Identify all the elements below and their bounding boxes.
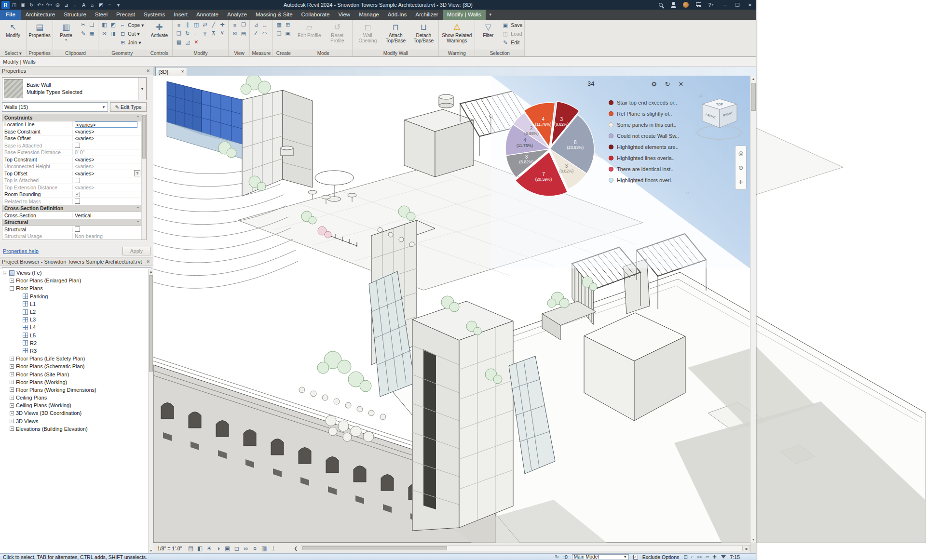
- close-inactive-windows-icon[interactable]: ⊠: [231, 29, 239, 38]
- unpin-icon[interactable]: ⊻: [218, 29, 226, 38]
- align-icon[interactable]: ≡: [175, 21, 183, 29]
- cart-icon[interactable]: [694, 0, 702, 9]
- trim-icon[interactable]: ⌐: [192, 29, 200, 38]
- search-icon[interactable]: [657, 0, 665, 9]
- section-icon[interactable]: ◩: [97, 1, 105, 9]
- detail-level-icon[interactable]: ▤: [186, 544, 195, 553]
- default-3d-view-icon[interactable]: ⌂: [88, 1, 96, 9]
- ribbon-tab-structure[interactable]: Structure: [59, 10, 91, 20]
- remove-paint-icon[interactable]: ◨: [109, 29, 117, 38]
- paste-button[interactable]: ▥Paste▾: [55, 21, 77, 42]
- ribbon-panel-label-selection[interactable]: Selection: [475, 50, 524, 56]
- properties-help-link[interactable]: Properties help: [3, 248, 39, 254]
- ribbon-panel-label-properties[interactable]: Properties: [27, 50, 53, 56]
- ribbon-tab-steel[interactable]: Steel: [91, 10, 112, 20]
- edit-type-button[interactable]: ✎ Edit Type: [110, 102, 147, 112]
- tree-row-r2[interactable]: R2: [0, 339, 148, 347]
- crop-view-icon[interactable]: ▣: [223, 544, 232, 553]
- tree-row-floor-plans-life-safety-plan[interactable]: +Floor Plans (Life Safety Plan): [0, 355, 148, 362]
- array-icon[interactable]: ▦: [175, 38, 183, 46]
- zoom-icon[interactable]: ⊕: [736, 163, 745, 172]
- ribbon-tab-annotate[interactable]: Annotate: [192, 10, 223, 20]
- pin-icon[interactable]: ⊼: [209, 29, 218, 38]
- scroll-up-icon[interactable]: ▲: [149, 269, 153, 274]
- dashboard-refresh-icon[interactable]: ↻: [663, 80, 672, 88]
- rotate-icon[interactable]: ↻: [183, 29, 191, 38]
- browser-scrollbar[interactable]: ▲ ▼: [148, 269, 153, 553]
- save-selection-button[interactable]: ▣Save: [501, 21, 522, 29]
- checkbox-structural[interactable]: [75, 227, 80, 232]
- full-navigation-wheel-icon[interactable]: ◎: [736, 149, 745, 158]
- aligned-dimension-icon[interactable]: ↔: [71, 1, 79, 9]
- close-button[interactable]: ✕: [744, 0, 756, 10]
- tree-expander-icon[interactable]: +: [10, 403, 14, 408]
- tree-row-parking[interactable]: Parking: [0, 293, 148, 300]
- help-menu[interactable]: ?▾: [707, 0, 715, 9]
- linework-icon[interactable]: ╱: [209, 21, 218, 29]
- show-related-warnings-button[interactable]: ⚠Show Related Warnings: [441, 21, 473, 43]
- editing-requests-icon[interactable]: ↻: [555, 554, 559, 560]
- tree-row-l1[interactable]: L1: [0, 300, 148, 308]
- scroll-down-icon[interactable]: ▼: [149, 548, 153, 553]
- save-icon[interactable]: ▣: [19, 1, 27, 9]
- viewcube-home-icon[interactable]: ⌂: [699, 93, 702, 98]
- tree-expander-icon[interactable]: +: [10, 380, 14, 384]
- join-geometry-menu[interactable]: ⊞Join▾: [119, 38, 144, 47]
- mirror-axis-icon[interactable]: ◫: [192, 21, 200, 29]
- split-face-icon[interactable]: ◩: [109, 21, 117, 29]
- sun-path-icon[interactable]: ☀: [204, 544, 214, 553]
- warnings-pie-chart[interactable]: 4(11.76%)3(8.82%)8(23.53%)3(8.82%)7(20.5…: [491, 78, 616, 213]
- tree-expander-icon[interactable]: +: [10, 411, 14, 415]
- account-avatar[interactable]: [682, 0, 690, 9]
- type-selector-caret-icon[interactable]: ▼: [138, 78, 146, 100]
- open-icon[interactable]: ◫: [10, 1, 18, 9]
- undo-icon[interactable]: ↶▾: [36, 1, 44, 9]
- cope-menu[interactable]: ⌐Cope▾: [119, 21, 144, 29]
- tree-expander-icon[interactable]: +: [10, 279, 14, 283]
- cut-geometry-menu[interactable]: ⊟Cut▾: [119, 29, 144, 38]
- tree-row-floor-plans-working[interactable]: +Floor Plans (Working): [0, 378, 148, 386]
- property-value[interactable]: 0' 0": [75, 149, 84, 155]
- minimize-button[interactable]: ─: [719, 0, 731, 10]
- viewport-vertical-scrollbar[interactable]: ▲ ▼: [750, 76, 756, 543]
- demolish-icon[interactable]: ⊠: [100, 29, 109, 38]
- exclude-options-checkbox[interactable]: ✓: [633, 555, 638, 560]
- ribbon-panel-label-measure[interactable]: Measure: [250, 50, 272, 56]
- measure-along-icon[interactable]: ↔: [260, 21, 269, 29]
- filter-button[interactable]: ▽Filter: [477, 21, 499, 38]
- offset-icon[interactable]: ∥: [183, 21, 191, 29]
- ribbon-panel-label-geometry[interactable]: Geometry: [98, 50, 146, 56]
- property-group-structural[interactable]: Structural⌃: [2, 219, 146, 227]
- checkbox-base-is-attached[interactable]: [75, 143, 80, 148]
- revit-app-button[interactable]: R: [1, 1, 10, 9]
- apply-button[interactable]: Apply: [123, 247, 150, 255]
- ribbon-tab-modify-walls[interactable]: Modify | Walls: [443, 10, 486, 20]
- customize-qat-icon[interactable]: ▾: [114, 1, 123, 9]
- ribbon-tab-insert[interactable]: Insert: [169, 10, 192, 20]
- ribbon-tab-file[interactable]: File: [0, 10, 21, 20]
- scroll-down-icon[interactable]: ▼: [750, 536, 756, 543]
- move-icon[interactable]: ✚: [218, 21, 226, 29]
- tree-row-l4[interactable]: L4: [0, 323, 148, 331]
- viewbar-collapse-icon[interactable]: ❮: [291, 546, 300, 551]
- multi-paste-icon[interactable]: ▦: [88, 29, 96, 38]
- pan-icon[interactable]: ✛: [736, 178, 745, 187]
- split-icon[interactable]: Y: [201, 29, 209, 38]
- collapse-chevron-icon[interactable]: ⌃: [136, 115, 139, 120]
- type-selector[interactable]: Basic Wall Multiple Types Selected ▼: [2, 77, 147, 100]
- ribbon-tab-massing-site[interactable]: Massing & Site: [251, 10, 297, 20]
- viewcube[interactable]: TOP FRONT RIGHT ⌂: [694, 91, 745, 145]
- checkbox-top-is-attached[interactable]: [75, 178, 80, 183]
- ribbon-tab-analyze[interactable]: Analyze: [223, 10, 251, 20]
- property-group-cross-section-definition[interactable]: Cross-Section Definition⌃: [2, 205, 146, 213]
- ribbon-tab-collaborate[interactable]: Collaborate: [297, 10, 334, 20]
- property-value[interactable]: <varies>: [75, 185, 94, 190]
- ribbon-panel-label-select[interactable]: Select ▾: [0, 50, 26, 56]
- activate-controls-button[interactable]: ✚Activate: [148, 21, 170, 38]
- select-links-icon[interactable]: ⊡: [683, 554, 687, 560]
- edit-selection-button[interactable]: ✎Edit: [501, 38, 522, 47]
- property-value[interactable]: <varies>: [75, 135, 94, 141]
- copy-icon[interactable]: ❏: [88, 21, 96, 29]
- scroll-up-icon[interactable]: ▲: [750, 76, 756, 82]
- view-tab-close-icon[interactable]: ✕: [181, 69, 184, 74]
